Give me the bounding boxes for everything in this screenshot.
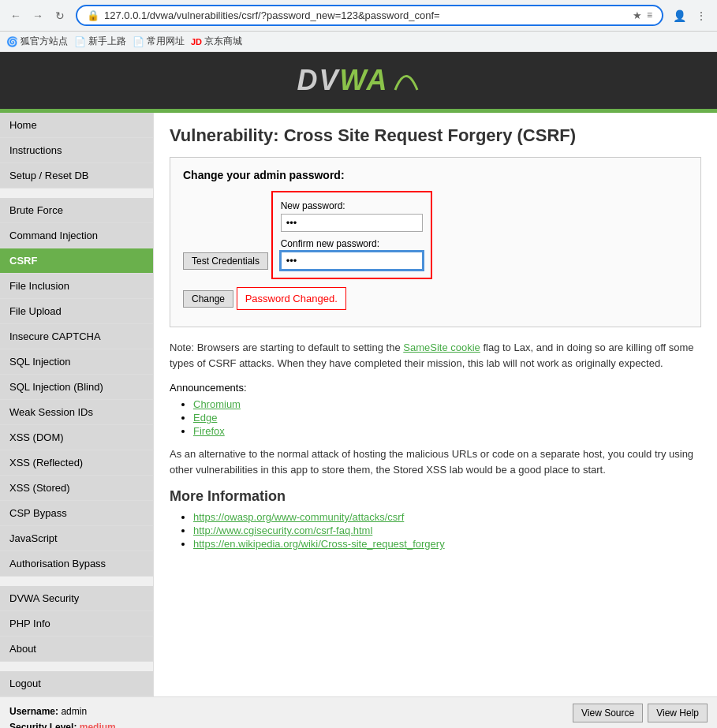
page-title: Vulnerability: Cross Site Request Forger… bbox=[170, 125, 701, 146]
sidebar-gap-2 bbox=[0, 577, 153, 586]
sidebar-item-xss-dom[interactable]: XSS (DOM) bbox=[0, 425, 153, 450]
confirm-password-group: Confirm new password: bbox=[281, 238, 423, 270]
dvwa-header: DVWA bbox=[0, 52, 717, 109]
bookmark-new[interactable]: 📄 新手上路 bbox=[74, 35, 126, 48]
sidebar-item-weak-session[interactable]: Weak Session IDs bbox=[0, 400, 153, 425]
sidebar-item-file-inclusion[interactable]: File Inclusion bbox=[0, 274, 153, 299]
sidebar-item-csrf[interactable]: CSRF bbox=[0, 248, 153, 274]
chromium-link[interactable]: Chromium bbox=[193, 398, 241, 410]
bookmark-label: 京东商城 bbox=[204, 35, 242, 48]
fox-icon: 🌀 bbox=[6, 36, 18, 47]
samesite-cookie-link[interactable]: SameSite cookie bbox=[403, 342, 480, 353]
list-item: Edge bbox=[193, 412, 701, 424]
alt-text: As an alternative to the normal attack o… bbox=[170, 446, 701, 477]
sidebar-item-xss-stored[interactable]: XSS (Stored) bbox=[0, 476, 153, 501]
browser-actions: 👤 ⋮ bbox=[670, 6, 711, 25]
browser-links-list: Chromium Edge Firefox bbox=[193, 398, 701, 437]
footer-info: Username: admin Security Level: medium L… bbox=[9, 704, 116, 728]
new-icon: 📄 bbox=[74, 36, 86, 47]
sidebar-item-setup[interactable]: Setup / Reset DB bbox=[0, 163, 153, 189]
list-item: https://owasp.org/www-community/attacks/… bbox=[193, 511, 701, 523]
common-icon: 📄 bbox=[133, 36, 144, 47]
sidebar-item-sql-injection-blind[interactable]: SQL Injection (Blind) bbox=[0, 375, 153, 400]
sidebar-item-home[interactable]: Home bbox=[0, 113, 153, 138]
wikipedia-link[interactable]: https://en.wikipedia.org/wiki/Cross-site… bbox=[193, 538, 445, 550]
content-area: Vulnerability: Cross Site Request Forger… bbox=[154, 113, 717, 696]
change-button[interactable]: Change bbox=[183, 290, 233, 308]
sidebar-item-logout[interactable]: Logout bbox=[0, 671, 153, 696]
new-password-group: New password: bbox=[281, 200, 423, 232]
forward-button[interactable]: → bbox=[28, 6, 47, 25]
main-layout: Home Instructions Setup / Reset DB Brute… bbox=[0, 113, 717, 696]
bookmark-common[interactable]: 📄 常用网址 bbox=[133, 35, 185, 48]
password-changed-message: Password Changed. bbox=[237, 287, 346, 310]
sidebar-item-command-injection[interactable]: Command Injection bbox=[0, 223, 153, 248]
sidebar-item-sql-injection[interactable]: SQL Injection bbox=[0, 349, 153, 375]
sidebar-item-xss-reflected[interactable]: XSS (Reflected) bbox=[0, 450, 153, 476]
list-item: Chromium bbox=[193, 398, 701, 410]
sidebar-item-csp-bypass[interactable]: CSP Bypass bbox=[0, 501, 153, 526]
footer-bar: Username: admin Security Level: medium L… bbox=[0, 696, 717, 728]
new-password-input[interactable] bbox=[281, 214, 423, 232]
firefox-link[interactable]: Firefox bbox=[193, 425, 225, 437]
address-text: 127.0.0.1/dvwa/vulnerabilities/csrf/?pas… bbox=[104, 9, 628, 21]
security-row: Security Level: medium bbox=[9, 719, 116, 728]
sidebar-item-authorisation-bypass[interactable]: Authorisation Bypass bbox=[0, 551, 153, 577]
back-button[interactable]: ← bbox=[6, 6, 25, 25]
lock-icon: 🔒 bbox=[87, 9, 99, 21]
username-label: Username: bbox=[9, 706, 58, 717]
list-item: http://www.cgisecurity.com/csrf-faq.html bbox=[193, 525, 701, 536]
list-item: Firefox bbox=[193, 425, 701, 437]
dvwa-swoosh bbox=[392, 66, 420, 95]
bookmark-fox[interactable]: 🌀 狐官方站点 bbox=[6, 35, 68, 48]
dvwa-logo-text: DVWA bbox=[297, 64, 388, 97]
sidebar-item-php-info[interactable]: PHP Info bbox=[0, 611, 153, 637]
address-bar[interactable]: 🔒 127.0.0.1/dvwa/vulnerabilities/csrf/?p… bbox=[76, 5, 663, 26]
settings-button[interactable]: ⋮ bbox=[692, 6, 711, 25]
cgisecurity-link[interactable]: http://www.cgisecurity.com/csrf-faq.html bbox=[193, 525, 372, 536]
bookmark-label: 新手上路 bbox=[88, 35, 126, 48]
note-text: Note: Browsers are starting to default t… bbox=[170, 340, 701, 371]
refresh-button[interactable]: ↻ bbox=[50, 6, 69, 25]
username-row: Username: admin bbox=[9, 704, 116, 719]
test-credentials-button[interactable]: Test Credentials bbox=[183, 252, 268, 270]
announcements-label: Announcements: bbox=[170, 382, 701, 394]
more-info-links-list: https://owasp.org/www-community/attacks/… bbox=[193, 511, 701, 550]
sidebar-item-instructions[interactable]: Instructions bbox=[0, 138, 153, 163]
view-help-button[interactable]: View Help bbox=[648, 704, 708, 722]
footer-buttons: View Source View Help bbox=[573, 704, 708, 722]
browser-chrome: ← → ↻ 🔒 127.0.0.1/dvwa/vulnerabilities/c… bbox=[0, 0, 717, 32]
profile-button[interactable]: 👤 bbox=[670, 6, 689, 25]
owasp-link[interactable]: https://owasp.org/www-community/attacks/… bbox=[193, 511, 404, 523]
view-source-button[interactable]: View Source bbox=[573, 704, 643, 722]
security-value: medium bbox=[80, 722, 116, 728]
edge-link[interactable]: Edge bbox=[193, 412, 217, 424]
list-item: https://en.wikipedia.org/wiki/Cross-site… bbox=[193, 538, 701, 550]
sidebar-item-dvwa-security[interactable]: DVWA Security bbox=[0, 586, 153, 611]
security-label: Security Level: bbox=[9, 722, 77, 728]
sidebar-item-javascript[interactable]: JavaScript bbox=[0, 526, 153, 551]
bookmark-jd[interactable]: JD 京东商城 bbox=[191, 35, 242, 48]
sidebar-gap-3 bbox=[0, 662, 153, 671]
username-value: admin bbox=[61, 706, 87, 717]
sidebar-item-brute-force[interactable]: Brute Force bbox=[0, 198, 153, 223]
address-icons: ★ ≡ bbox=[633, 9, 652, 21]
bookmark-star-icon[interactable]: ★ bbox=[633, 9, 642, 21]
jd-icon: JD bbox=[191, 37, 202, 47]
sidebar-gap bbox=[0, 189, 153, 198]
password-fields-group: New password: Confirm new password: bbox=[271, 191, 432, 279]
confirm-password-input[interactable] bbox=[281, 252, 423, 270]
menu-icon[interactable]: ≡ bbox=[647, 9, 652, 21]
more-info-title: More Information bbox=[170, 488, 701, 505]
new-password-label: New password: bbox=[281, 200, 423, 211]
form-heading: Change your admin password: bbox=[183, 169, 688, 181]
bookmarks-bar: 🌀 狐官方站点 📄 新手上路 📄 常用网址 JD 京东商城 bbox=[0, 32, 717, 52]
password-form-box: Change your admin password: Test Credent… bbox=[170, 157, 701, 327]
sidebar-item-about[interactable]: About bbox=[0, 637, 153, 662]
bookmark-label: 常用网址 bbox=[147, 35, 185, 48]
sidebar-item-insecure-captcha[interactable]: Insecure CAPTCHA bbox=[0, 324, 153, 349]
sidebar-item-file-upload[interactable]: File Upload bbox=[0, 299, 153, 324]
bookmark-label: 狐官方站点 bbox=[21, 35, 68, 48]
nav-buttons: ← → ↻ bbox=[6, 6, 69, 25]
sidebar: Home Instructions Setup / Reset DB Brute… bbox=[0, 113, 154, 696]
